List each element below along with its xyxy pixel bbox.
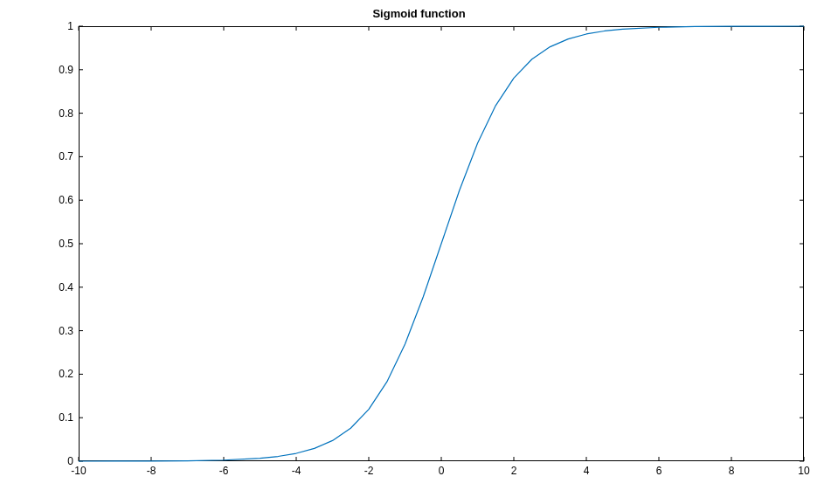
x-tick-label: -4	[292, 465, 301, 477]
x-tick-label: 6	[656, 465, 662, 477]
y-tick-label: 0.3	[59, 325, 73, 337]
x-tick-label: 10	[798, 465, 809, 477]
x-tick-label: 8	[729, 465, 735, 477]
x-tick-label: 4	[584, 465, 590, 477]
y-tick-label: 0.4	[59, 281, 73, 293]
y-tick-label: 1	[67, 20, 73, 32]
chart-axes: -10-8-6-4-2024681000.10.20.30.40.50.60.7…	[79, 26, 804, 461]
chart-title: Sigmoid function	[0, 7, 838, 20]
x-tick-label: -6	[219, 465, 229, 477]
y-tick-label: 0.7	[59, 150, 73, 162]
y-tick-label: 0.5	[59, 238, 73, 250]
y-tick-label: 0	[67, 455, 73, 467]
x-tick-label: -8	[147, 465, 156, 477]
x-tick-label: 2	[511, 465, 517, 477]
chart-svg	[79, 26, 804, 461]
y-tick-label: 0.6	[59, 194, 73, 206]
series-line	[79, 26, 804, 461]
x-tick-label: -2	[364, 465, 374, 477]
y-tick-label: 0.2	[59, 368, 73, 380]
y-tick-label: 0.1	[59, 411, 73, 424]
y-tick-label: 0.8	[59, 107, 73, 120]
x-tick-label: 0	[439, 465, 445, 477]
y-tick-label: 0.9	[59, 64, 73, 76]
chart-figure: Sigmoid function -10-8-6-4-2024681000.10…	[0, 0, 838, 504]
